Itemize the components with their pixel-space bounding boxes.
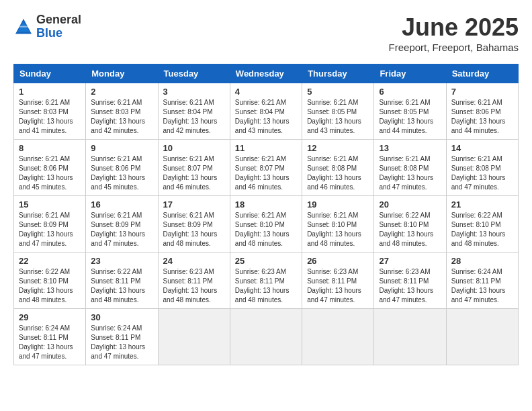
day-number: 2 [91, 87, 152, 97]
calendar-cell: 21Sunrise: 6:22 AMSunset: 8:10 PMDayligh… [446, 196, 518, 253]
week-row-4: 29Sunrise: 6:24 AMSunset: 8:11 PMDayligh… [14, 309, 519, 365]
day-info: Sunrise: 6:21 AMSunset: 8:08 PMDaylight:… [307, 154, 369, 192]
day-info: Sunrise: 6:21 AMSunset: 8:09 PMDaylight:… [19, 211, 81, 248]
day-number: 30 [91, 312, 152, 322]
day-number: 16 [91, 199, 152, 210]
weekday-friday: Friday [374, 64, 446, 83]
calendar-cell: 23Sunrise: 6:22 AMSunset: 8:11 PMDayligh… [86, 253, 158, 309]
day-info: Sunrise: 6:21 AMSunset: 8:04 PMDaylight:… [163, 98, 225, 136]
day-number: 26 [307, 256, 369, 266]
day-number: 23 [91, 256, 152, 266]
day-info: Sunrise: 6:21 AMSunset: 8:05 PMDaylight:… [307, 98, 369, 136]
calendar-cell: 5Sunrise: 6:21 AMSunset: 8:05 PMDaylight… [302, 83, 374, 140]
day-number: 18 [235, 199, 297, 210]
day-info: Sunrise: 6:21 AMSunset: 8:06 PMDaylight:… [91, 154, 152, 192]
day-info: Sunrise: 6:21 AMSunset: 8:09 PMDaylight:… [91, 211, 152, 248]
weekday-saturday: Saturday [446, 64, 518, 83]
day-number: 6 [379, 87, 441, 97]
day-number: 5 [307, 87, 369, 97]
title-block: June 2025 Freeport, Freeport, Bahamas [389, 13, 519, 53]
day-number: 28 [451, 256, 513, 266]
calendar-cell: 24Sunrise: 6:23 AMSunset: 8:11 PMDayligh… [158, 253, 230, 309]
day-number: 10 [163, 143, 225, 153]
calendar-cell: 6Sunrise: 6:21 AMSunset: 8:05 PMDaylight… [374, 83, 446, 140]
day-number: 19 [307, 199, 369, 210]
day-number: 8 [19, 143, 81, 153]
calendar-cell: 7Sunrise: 6:21 AMSunset: 8:06 PMDaylight… [446, 83, 518, 140]
calendar-cell: 8Sunrise: 6:21 AMSunset: 8:06 PMDaylight… [14, 140, 86, 196]
day-number: 24 [163, 256, 225, 266]
day-number: 1 [19, 87, 81, 97]
calendar-cell [374, 309, 446, 365]
day-info: Sunrise: 6:21 AMSunset: 8:09 PMDaylight:… [163, 211, 225, 248]
weekday-thursday: Thursday [302, 64, 374, 83]
day-info: Sunrise: 6:21 AMSunset: 8:06 PMDaylight:… [19, 154, 81, 192]
week-row-0: 1Sunrise: 6:21 AMSunset: 8:03 PMDaylight… [14, 83, 519, 140]
calendar-cell: 20Sunrise: 6:22 AMSunset: 8:10 PMDayligh… [374, 196, 446, 253]
day-number: 14 [451, 143, 513, 153]
header: General Blue June 2025 Freeport, Freepor… [13, 13, 519, 53]
week-row-3: 22Sunrise: 6:22 AMSunset: 8:10 PMDayligh… [14, 253, 519, 309]
day-info: Sunrise: 6:24 AMSunset: 8:11 PMDaylight:… [451, 267, 513, 305]
day-info: Sunrise: 6:24 AMSunset: 8:11 PMDaylight:… [91, 324, 152, 361]
calendar-cell [446, 309, 518, 365]
day-info: Sunrise: 6:21 AMSunset: 8:06 PMDaylight:… [451, 98, 513, 136]
calendar-cell: 4Sunrise: 6:21 AMSunset: 8:04 PMDaylight… [230, 83, 302, 140]
calendar-cell: 1Sunrise: 6:21 AMSunset: 8:03 PMDaylight… [14, 83, 86, 140]
month-title: June 2025 [389, 13, 519, 42]
calendar-cell: 17Sunrise: 6:21 AMSunset: 8:09 PMDayligh… [158, 196, 230, 253]
calendar-cell: 15Sunrise: 6:21 AMSunset: 8:09 PMDayligh… [14, 196, 86, 253]
day-info: Sunrise: 6:21 AMSunset: 8:03 PMDaylight:… [91, 98, 152, 136]
calendar-cell: 2Sunrise: 6:21 AMSunset: 8:03 PMDaylight… [86, 83, 158, 140]
day-info: Sunrise: 6:21 AMSunset: 8:05 PMDaylight:… [379, 98, 441, 136]
day-info: Sunrise: 6:21 AMSunset: 8:10 PMDaylight:… [235, 211, 297, 248]
weekday-sunday: Sunday [14, 64, 86, 83]
day-info: Sunrise: 6:22 AMSunset: 8:10 PMDaylight:… [379, 211, 441, 248]
calendar-cell: 25Sunrise: 6:23 AMSunset: 8:11 PMDayligh… [230, 253, 302, 309]
day-info: Sunrise: 6:21 AMSunset: 8:07 PMDaylight:… [163, 154, 225, 192]
day-number: 9 [91, 143, 152, 153]
day-info: Sunrise: 6:21 AMSunset: 8:07 PMDaylight:… [235, 154, 297, 192]
day-number: 21 [451, 199, 513, 210]
day-info: Sunrise: 6:21 AMSunset: 8:03 PMDaylight:… [19, 98, 81, 136]
day-info: Sunrise: 6:23 AMSunset: 8:11 PMDaylight:… [379, 267, 441, 305]
calendar-cell: 3Sunrise: 6:21 AMSunset: 8:04 PMDaylight… [158, 83, 230, 140]
week-row-2: 15Sunrise: 6:21 AMSunset: 8:09 PMDayligh… [14, 196, 519, 253]
location: Freeport, Freeport, Bahamas [389, 42, 519, 53]
day-number: 11 [235, 143, 297, 153]
logo-text: General Blue [36, 13, 81, 40]
day-number: 29 [19, 312, 81, 322]
calendar-cell: 13Sunrise: 6:21 AMSunset: 8:08 PMDayligh… [374, 140, 446, 196]
day-number: 27 [379, 256, 441, 266]
weekday-header-row: SundayMondayTuesdayWednesdayThursdayFrid… [14, 64, 519, 83]
calendar-cell: 11Sunrise: 6:21 AMSunset: 8:07 PMDayligh… [230, 140, 302, 196]
calendar-cell [230, 309, 302, 365]
weekday-monday: Monday [86, 64, 158, 83]
calendar-cell: 30Sunrise: 6:24 AMSunset: 8:11 PMDayligh… [86, 309, 158, 365]
calendar-cell: 29Sunrise: 6:24 AMSunset: 8:11 PMDayligh… [14, 309, 86, 365]
day-info: Sunrise: 6:21 AMSunset: 8:10 PMDaylight:… [307, 211, 369, 248]
day-info: Sunrise: 6:23 AMSunset: 8:11 PMDaylight:… [307, 267, 369, 305]
day-info: Sunrise: 6:22 AMSunset: 8:11 PMDaylight:… [91, 267, 152, 305]
weekday-tuesday: Tuesday [158, 64, 230, 83]
calendar-cell: 19Sunrise: 6:21 AMSunset: 8:10 PMDayligh… [302, 196, 374, 253]
day-number: 13 [379, 143, 441, 153]
logo-blue-text: Blue [36, 27, 81, 40]
calendar-cell: 10Sunrise: 6:21 AMSunset: 8:07 PMDayligh… [158, 140, 230, 196]
day-info: Sunrise: 6:23 AMSunset: 8:11 PMDaylight:… [163, 267, 225, 305]
day-info: Sunrise: 6:23 AMSunset: 8:11 PMDaylight:… [235, 267, 297, 305]
day-number: 22 [19, 256, 81, 266]
day-number: 20 [379, 199, 441, 210]
day-number: 12 [307, 143, 369, 153]
calendar-cell: 22Sunrise: 6:22 AMSunset: 8:10 PMDayligh… [14, 253, 86, 309]
calendar-table: SundayMondayTuesdayWednesdayThursdayFrid… [13, 64, 519, 365]
page: General Blue June 2025 Freeport, Freepor… [0, 0, 532, 379]
svg-rect-2 [19, 26, 28, 27]
logo-icon [13, 17, 34, 37]
day-number: 4 [235, 87, 297, 97]
calendar-cell [302, 309, 374, 365]
day-info: Sunrise: 6:22 AMSunset: 8:10 PMDaylight:… [19, 267, 81, 305]
day-number: 25 [235, 256, 297, 266]
weekday-wednesday: Wednesday [230, 64, 302, 83]
day-info: Sunrise: 6:21 AMSunset: 8:08 PMDaylight:… [451, 154, 513, 192]
